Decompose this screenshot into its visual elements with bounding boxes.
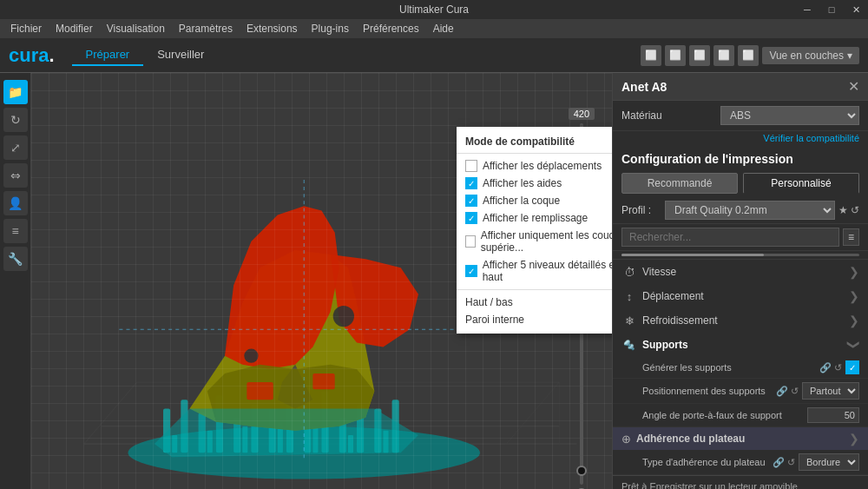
refroidissement-icon: ❄ <box>621 313 637 328</box>
dd-checkbox-0[interactable] <box>465 160 477 172</box>
dd-haut-bas[interactable]: Haut / bas <box>457 294 612 311</box>
sidebar-icon-rotate[interactable]: ↻ <box>3 108 28 132</box>
positionnement-select[interactable]: Partout <box>802 382 859 400</box>
menu-extensions[interactable]: Extensions <box>240 21 305 36</box>
sidebar-icon-person[interactable]: 👤 <box>3 191 28 215</box>
deplacement-label: Déplacement <box>642 290 849 302</box>
settings-list: ⏱ Vitesse ❯ ↕ Déplacement ❯ ❄ Refroidiss… <box>613 251 868 475</box>
material-select[interactable]: ABS <box>720 106 859 125</box>
dropdown-header: Mode de compatibilité ▾ <box>457 132 612 154</box>
toolbar-icon-1[interactable]: ⬜ <box>641 45 661 66</box>
maximize-button[interactable]: □ <box>819 0 844 19</box>
right-panel: Anet A8 ✕ Matériau ABS Vérifier la compa… <box>612 73 868 489</box>
dd-item-5[interactable]: ✓ Afficher 5 niveaux détaillés en haut <box>457 256 612 286</box>
sub-angle: Angle de porte-à-faux de support <box>613 404 868 427</box>
config-section-title: Configuration de l'impression <box>613 145 868 169</box>
profile-select[interactable]: Draft Quality 0.2mm <box>665 201 835 220</box>
adherence-icon: ⊕ <box>621 433 631 446</box>
menu-modifier[interactable]: Modifier <box>49 21 100 36</box>
link2-icon[interactable]: 🔗 <box>776 386 788 397</box>
dd-paroi[interactable]: Paroi interne <box>457 311 612 328</box>
dd-item-4[interactable]: Afficher uniquement les couches supérie.… <box>457 227 612 256</box>
settings-item-vitesse[interactable]: ⏱ Vitesse ❯ <box>613 260 868 284</box>
sidebar-icon-folder[interactable]: 📁 <box>3 80 28 104</box>
supports-icon: 🔩 <box>621 337 637 353</box>
toolbar: cura. Préparer Surveiller ⬜ ⬜ ⬜ ⬜ ⬜ Vue … <box>0 38 868 73</box>
panel-close-icon[interactable]: ✕ <box>848 78 859 95</box>
dd-checkbox-3[interactable]: ✓ <box>465 212 477 224</box>
sidebar-icon-layer[interactable]: ≡ <box>3 219 28 243</box>
settings-item-deplacement[interactable]: ↕ Déplacement ❯ <box>613 284 868 308</box>
menu-plugins[interactable]: Plug-ins <box>305 21 356 36</box>
adherence-arrow-icon: ❯ <box>849 432 859 446</box>
toolbar-icon-5[interactable]: ⬜ <box>738 45 759 66</box>
refroidissement-label: Refroidissement <box>642 314 849 327</box>
search-menu-button[interactable]: ≡ <box>843 228 859 246</box>
btn-custom[interactable]: Personnalisé <box>743 173 859 194</box>
dd-item-2[interactable]: ✓ Afficher la coque <box>457 192 612 209</box>
reset-icon[interactable]: ↺ <box>834 362 842 373</box>
sidebar-icon-mirror[interactable]: ⇔ <box>3 163 28 188</box>
app-logo: cura. <box>9 44 55 67</box>
dd-item-1[interactable]: ✓ Afficher les aides <box>457 175 612 192</box>
link-icon[interactable]: 🔗 <box>819 362 832 373</box>
settings-item-refroidissement[interactable]: ❄ Refroidissement ❯ <box>613 308 868 333</box>
sub-generer-checkbox[interactable]: ✓ <box>845 360 859 374</box>
slider-thumb-bottom[interactable] <box>576 466 587 476</box>
sub-positionnement-label: Positionnement des supports <box>642 386 776 396</box>
settings-search-input[interactable] <box>621 228 839 247</box>
link3-icon[interactable]: 🔗 <box>773 457 785 468</box>
save-status-text: Prêt à Enregistrer sur un lecteur amovib… <box>621 481 859 489</box>
dd-checkbox-1[interactable]: ✓ <box>465 177 477 189</box>
toolbar-icon-4[interactable]: ⬜ <box>713 45 734 66</box>
sub-generer-icons: 🔗 ↺ <box>819 362 842 373</box>
settings-item-supports[interactable]: 🔩 Supports ❯ <box>613 333 868 357</box>
sub-generer-label: Générer les supports <box>642 362 819 373</box>
sub-angle-label: Angle de porte-à-faux de support <box>642 410 807 420</box>
dd-checkbox-2[interactable]: ✓ <box>465 195 477 207</box>
tab-monitor[interactable]: Surveiller <box>143 44 218 66</box>
adherence-type-select[interactable]: Bordure <box>799 453 859 471</box>
menu-fichier[interactable]: Fichier <box>3 21 49 36</box>
menu-preferences[interactable]: Préférences <box>356 21 426 36</box>
sub-angle-input[interactable] <box>807 407 859 423</box>
left-sidebar: 📁 ↻ ⤢ ⇔ 👤 ≡ 🔧 <box>0 73 31 489</box>
menu-aide[interactable]: Aide <box>426 21 461 36</box>
titlebar: Ultimaker Cura ─ □ ✕ <box>0 0 868 19</box>
sub-generer-supports: Générer les supports 🔗 ↺ ✓ <box>613 357 868 379</box>
profile-star-icon[interactable]: ★ ↺ <box>838 204 859 216</box>
dd-checkbox-4[interactable] <box>465 235 476 248</box>
menu-visualisation[interactable]: Visualisation <box>100 21 172 36</box>
reset2-icon[interactable]: ↺ <box>791 386 799 397</box>
scroll-hint <box>613 251 868 260</box>
close-button[interactable]: ✕ <box>844 0 868 19</box>
adherence-header[interactable]: ⊕ Adhérence du plateau ❯ <box>613 427 868 450</box>
view-mode-dropdown[interactable]: Vue en couches ▾ <box>762 47 859 64</box>
deplacement-arrow-icon: ❯ <box>849 289 859 303</box>
menubar: Fichier Modifier Visualisation Paramètre… <box>0 19 868 38</box>
minimize-button[interactable]: ─ <box>795 0 819 19</box>
toolbar-icon-3[interactable]: ⬜ <box>689 45 710 66</box>
verify-compatibility-link[interactable]: Vérifier la compatibilité <box>613 131 868 145</box>
panel-header: Anet A8 ✕ <box>613 73 868 101</box>
content-area: 📁 ↻ ⤢ ⇔ 👤 ≡ 🔧 <box>0 73 868 489</box>
sub-positionnement: Positionnement des supports 🔗 ↺ Partout <box>613 379 868 404</box>
reset3-icon[interactable]: ↺ <box>787 457 795 468</box>
dd-item-0[interactable]: Afficher les déplacements <box>457 157 612 175</box>
refroidissement-arrow-icon: ❯ <box>849 314 859 327</box>
material-label: Matériau <box>621 109 662 122</box>
sidebar-icon-scale[interactable]: ⤢ <box>3 135 28 160</box>
vitesse-label: Vitesse <box>642 266 849 278</box>
dd-item-3[interactable]: ✓ Afficher le remplissage <box>457 209 612 227</box>
btn-recommended[interactable]: Recommandé <box>621 173 738 194</box>
adherence-label: Adhérence du plateau <box>636 433 849 445</box>
sidebar-icon-support[interactable]: 🔧 <box>3 247 28 271</box>
profile-label: Profil : <box>621 204 665 216</box>
toolbar-icon-2[interactable]: ⬜ <box>665 45 686 66</box>
tab-prepare[interactable]: Préparer <box>72 44 144 66</box>
deplacement-icon: ↕ <box>621 288 637 304</box>
view-mode-dropdown-panel: Mode de compatibilité ▾ Afficher les dép… <box>457 127 612 334</box>
dd-checkbox-5[interactable]: ✓ <box>465 265 477 277</box>
menu-parametres[interactable]: Paramètres <box>172 21 240 36</box>
vitesse-icon: ⏱ <box>621 264 637 280</box>
